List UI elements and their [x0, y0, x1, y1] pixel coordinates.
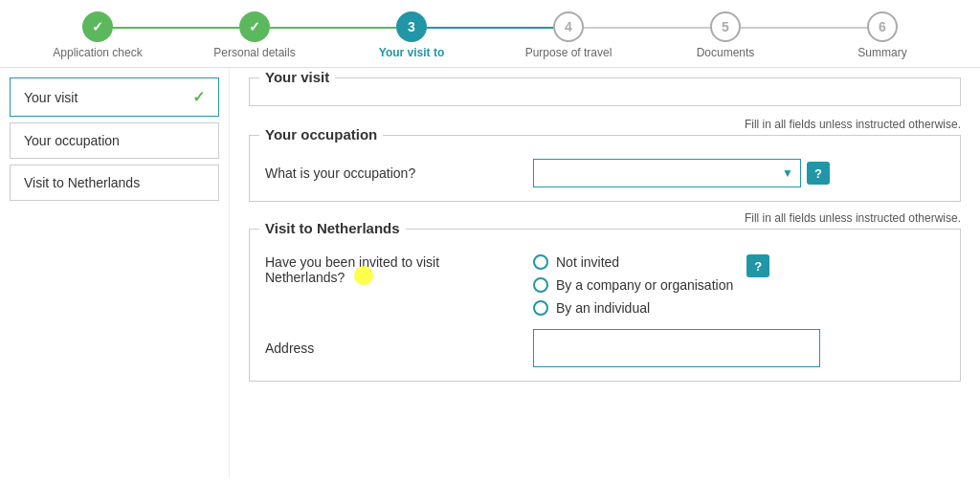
- main-layout: Your visit ✓ Your occupation Visit to Ne…: [0, 68, 980, 478]
- occupation-form-row: What is your occupation? ?: [265, 159, 945, 187]
- step-label-2: Personal details: [213, 46, 295, 59]
- step-label-5: Documents: [697, 46, 755, 59]
- occupation-dropdown-wrapper: [533, 159, 801, 187]
- sidebar-item-your-visit[interactable]: Your visit ✓: [10, 77, 219, 117]
- your-visit-title: Your visit: [259, 69, 335, 85]
- step-personal-details[interactable]: ✓ Personal details: [176, 11, 333, 59]
- step-circle-6: 6: [867, 11, 898, 42]
- occupation-help-button[interactable]: ?: [807, 162, 830, 185]
- radio-by-individual[interactable]: By an individual: [533, 300, 733, 316]
- step-label-6: Summary: [858, 46, 906, 59]
- radio-label-by-company: By a company or organisation: [556, 277, 733, 293]
- step-application-check[interactable]: ✓ Application check: [19, 11, 176, 59]
- sidebar-item-visit-to-netherlands[interactable]: Visit to Netherlands: [10, 165, 219, 201]
- radio-circle-not-invited: [533, 254, 548, 270]
- radio-not-invited[interactable]: Not invited: [533, 254, 733, 270]
- step-circle-1: ✓: [82, 11, 113, 42]
- address-row: Address: [265, 329, 945, 367]
- step-documents[interactable]: 5 Documents: [647, 11, 804, 59]
- sidebar-item-label-your-occupation: Your occupation: [24, 133, 120, 148]
- step-summary[interactable]: 6 Summary: [804, 11, 961, 59]
- sidebar-item-label-visit-to-netherlands: Visit to Netherlands: [24, 175, 140, 190]
- radio-by-company[interactable]: By a company or organisation: [533, 277, 733, 293]
- radio-label-by-individual: By an individual: [556, 300, 650, 316]
- step-label-3: Your visit to: [379, 46, 444, 59]
- step-circle-2: ✓: [239, 11, 270, 42]
- stepper: ✓ Application check ✓ Personal details 3…: [0, 0, 980, 68]
- step-label-1: Application check: [53, 46, 142, 59]
- visit-netherlands-title: Visit to Netherlands: [259, 220, 406, 236]
- your-visit-section: Your visit: [249, 77, 961, 106]
- step-circle-3: 3: [396, 11, 427, 42]
- occupation-dropdown[interactable]: [533, 159, 801, 187]
- address-control-wrapper: [533, 329, 945, 367]
- occupation-control-wrapper: ?: [533, 159, 945, 187]
- netherlands-help-button[interactable]: ?: [746, 254, 769, 277]
- checkmark-icon: ✓: [192, 88, 205, 106]
- step-circle-5: 5: [710, 11, 741, 42]
- invitation-question-line1: Have you been invited to visit: [265, 254, 439, 270]
- invitation-form-row: Have you been invited to visit Netherlan…: [265, 254, 945, 316]
- step-circle-4: 4: [553, 11, 584, 42]
- your-occupation-section: Your occupation What is your occupation?…: [249, 135, 961, 202]
- sidebar-item-label-your-visit: Your visit: [24, 90, 78, 105]
- sidebar: Your visit ✓ Your occupation Visit to Ne…: [0, 68, 230, 478]
- radio-circle-by-individual: [533, 300, 548, 316]
- step-your-visit-to[interactable]: 3 Your visit to: [333, 11, 490, 59]
- address-textarea[interactable]: [533, 329, 820, 367]
- address-label: Address: [265, 340, 533, 356]
- invitation-radio-group: Not invited By a company or organisation…: [533, 254, 733, 316]
- invitation-question-line2: Netherlands?: [265, 270, 345, 285]
- step-purpose-of-travel[interactable]: 4 Purpose of travel: [490, 11, 647, 59]
- invitation-question-label: Have you been invited to visit Netherlan…: [265, 254, 533, 285]
- step-label-4: Purpose of travel: [525, 46, 612, 59]
- occupation-question-label: What is your occupation?: [265, 165, 533, 181]
- visit-netherlands-section: Visit to Netherlands Have you been invit…: [249, 229, 961, 382]
- invitation-control-wrapper: Not invited By a company or organisation…: [533, 254, 945, 316]
- sidebar-item-your-occupation[interactable]: Your occupation: [10, 122, 219, 159]
- content-area: Your visit Fill in all fields unless ins…: [230, 68, 980, 478]
- radio-label-not-invited: Not invited: [556, 254, 619, 270]
- radio-circle-by-company: [533, 277, 548, 293]
- your-occupation-title: Your occupation: [259, 126, 383, 143]
